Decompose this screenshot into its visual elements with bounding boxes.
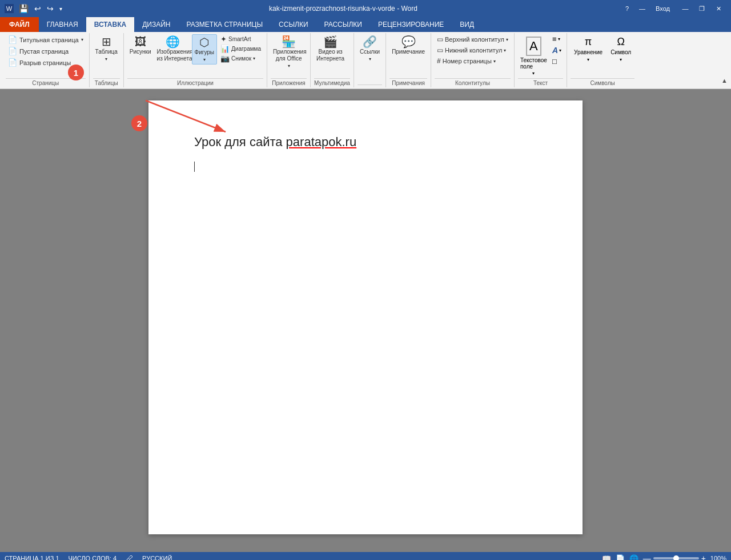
btn-footer[interactable]: ▭ Нижний колонтитул ▾ <box>435 45 511 55</box>
btn-title-page[interactable]: 📄 Титульная страница ▾ <box>6 34 86 45</box>
zoom-percent[interactable]: 100% <box>710 555 726 560</box>
tables-content: ⊞ Таблица ▾ <box>93 34 120 78</box>
footer-icon: ▭ <box>437 46 443 54</box>
ribbon-toolbar: 📄 Титульная страница ▾ 📄 Пустая страница… <box>0 32 731 89</box>
footer-dd[interactable]: ▾ <box>504 48 506 53</box>
btn-quick-parts[interactable]: ≡ ▾ <box>551 34 563 44</box>
btn-chart[interactable]: 📊 Диаграмма <box>218 44 263 54</box>
video-icon: 🎬 <box>323 36 338 47</box>
apps-icon: 🏪 <box>282 36 296 47</box>
page-num-dd[interactable]: ▾ <box>493 59 496 64</box>
kolontituly-content: ▭ Верхний колонтитул ▾ ▭ Нижний колонтит… <box>435 34 511 78</box>
pages-stack: 📄 Титульная страница ▾ 📄 Пустая страница… <box>6 34 86 68</box>
page-info: СТРАНИЦА 1 ИЗ 1 <box>5 555 59 560</box>
save-qa-btn[interactable]: 💾 <box>17 3 30 14</box>
symbols-content: π Уравнение ▾ Ω Символ ▾ <box>571 34 634 78</box>
btn-header[interactable]: ▭ Верхний колонтитул ▾ <box>435 34 511 45</box>
btn-page-num[interactable]: # Номер страницы ▾ <box>435 56 511 66</box>
btn-table[interactable]: ⊞ Таблица ▾ <box>93 34 120 63</box>
btn-links[interactable]: 🔗 Ссылки ▾ <box>358 34 382 63</box>
tab-refs[interactable]: ССЫЛКИ <box>271 17 316 32</box>
title-bar-left: W 💾 ↩ ↪ ▾ <box>5 3 64 14</box>
screenshot-icon: 📷 <box>220 54 230 63</box>
btn-apps[interactable]: 🏪 Приложениядля Office ▾ <box>271 34 307 70</box>
btn-online-pictures[interactable]: 🌐 Изображенияиз Интернета <box>155 34 191 64</box>
tab-mail[interactable]: РАССЫЛКИ <box>316 17 370 32</box>
zoom-area: — + 100% <box>643 554 726 560</box>
tab-file[interactable]: ФАЙЛ <box>0 17 39 32</box>
header-dd[interactable]: ▾ <box>506 37 508 42</box>
title-page-dd[interactable]: ▾ <box>81 37 83 42</box>
group-kolontituly: ▭ Верхний колонтитул ▾ ▭ Нижний колонтит… <box>431 33 515 87</box>
document-page[interactable]: Урок для сайта paratapok.ru <box>148 100 583 534</box>
btn-dropcap[interactable]: □ <box>551 57 563 66</box>
minimize-btn[interactable]: — <box>677 3 693 14</box>
site-link: paratapok.ru <box>286 135 357 149</box>
screenshot-dd[interactable]: ▾ <box>253 56 255 61</box>
symbol-icon: Ω <box>617 36 624 48</box>
btn-equation[interactable]: π Уравнение ▾ <box>571 34 606 64</box>
page-num-icon: # <box>437 57 441 65</box>
group-text: A Текстовоеполе ▾ ≡ ▾ A ▾ □ Текст <box>515 33 567 87</box>
quick-parts-dd[interactable]: ▾ <box>558 37 560 42</box>
redo-qa-btn[interactable]: ↪ <box>45 3 55 14</box>
group-multimedia: 🎬 Видео изИнтернета Мультимедиа <box>311 33 354 87</box>
btn-page-break[interactable]: 📄 Разрыв страницы <box>6 57 86 68</box>
group-tables: ⊞ Таблица ▾ Таблицы <box>90 33 124 87</box>
tab-home[interactable]: ГЛАВНАЯ <box>39 17 86 32</box>
tab-review[interactable]: РЕЦЕНЗИРОВАНИЕ <box>370 17 452 32</box>
zoom-minus-btn[interactable]: — <box>643 554 651 560</box>
btn-comment[interactable]: 💬 Примечание <box>389 34 427 57</box>
tab-layout[interactable]: РАЗМЕТКА СТРАНИЦЫ <box>178 17 271 32</box>
equation-dd[interactable]: ▾ <box>587 57 589 62</box>
undo-qa-btn[interactable]: ↩ <box>33 3 43 14</box>
status-lang-icon: 🖊 <box>126 554 133 561</box>
kolontituly-label: Колонтитулы <box>435 78 511 87</box>
print-layout-icon[interactable]: 📄 <box>616 554 625 561</box>
btn-smartart[interactable]: ✦ SmartArt <box>218 34 263 44</box>
btn-screenshot[interactable]: 📷 Снимок ▾ <box>218 54 263 63</box>
tab-view[interactable]: ВИД <box>452 17 482 32</box>
btn-online-video[interactable]: 🎬 Видео изИнтернета <box>314 34 347 64</box>
table-dd[interactable]: ▾ <box>105 57 107 62</box>
tab-design[interactable]: ДИЗАЙН <box>134 17 178 32</box>
links-dd[interactable]: ▾ <box>369 57 371 62</box>
illustrations-label: Иллюстрации <box>127 78 263 87</box>
illustrations-content: 🖼 Рисунки 🌐 Изображенияиз Интернета ⬡ Фи… <box>127 34 263 78</box>
help-btn[interactable]: ? <box>622 4 632 13</box>
read-mode-icon[interactable]: 📖 <box>602 554 611 561</box>
apps-dd[interactable]: ▾ <box>288 63 290 69</box>
ribbon-expand-btn[interactable]: ▲ <box>720 76 729 85</box>
web-layout-icon[interactable]: 🌐 <box>629 554 638 561</box>
comments-content: 💬 Примечание <box>389 34 427 78</box>
tab-insert[interactable]: ВСТАВКА <box>86 17 134 32</box>
zoom-slider[interactable] <box>653 557 699 559</box>
text-cursor <box>194 162 195 172</box>
symbol-dd[interactable]: ▾ <box>620 57 622 62</box>
dropdown-qa-btn[interactable]: ▾ <box>58 5 64 13</box>
textbox-icon: A <box>526 37 541 56</box>
btn-textbox[interactable]: A Текстовоеполе ▾ <box>518 34 549 78</box>
textbox-dd[interactable]: ▾ <box>532 71 535 76</box>
text-right-btns: ≡ ▾ A ▾ □ <box>551 34 563 66</box>
header-icon: ▭ <box>437 35 443 43</box>
btn-pictures[interactable]: 🖼 Рисунки <box>127 34 154 57</box>
wordart-icon: A <box>552 46 558 55</box>
zoom-plus-btn[interactable]: + <box>701 554 706 560</box>
quick-access-toolbar: 💾 ↩ ↪ ▾ <box>17 3 64 14</box>
btn-blank-page[interactable]: 📄 Пустая страница <box>6 46 86 57</box>
text-cursor-line[interactable] <box>194 161 537 172</box>
btn-wordart[interactable]: A ▾ <box>551 45 563 55</box>
title-bar: W 💾 ↩ ↪ ▾ kak-izmenit-prozrachnost-risun… <box>0 0 731 17</box>
maximize-btn[interactable]: ❐ <box>694 3 710 14</box>
close-btn[interactable]: ✕ <box>710 3 726 14</box>
dropcap-icon: □ <box>552 57 557 66</box>
symbols-label: Символы <box>571 78 634 87</box>
btn-shapes[interactable]: ⬡ Фигуры ▾ <box>192 34 217 65</box>
shapes-dd[interactable]: ▾ <box>203 57 206 62</box>
wordart-dd[interactable]: ▾ <box>559 48 561 53</box>
comment-icon: 💬 <box>401 36 416 47</box>
login-btn[interactable]: Вход <box>653 4 673 13</box>
ribbon-toggle-btn[interactable]: — <box>636 4 648 13</box>
btn-symbol[interactable]: Ω Символ ▾ <box>607 34 634 64</box>
